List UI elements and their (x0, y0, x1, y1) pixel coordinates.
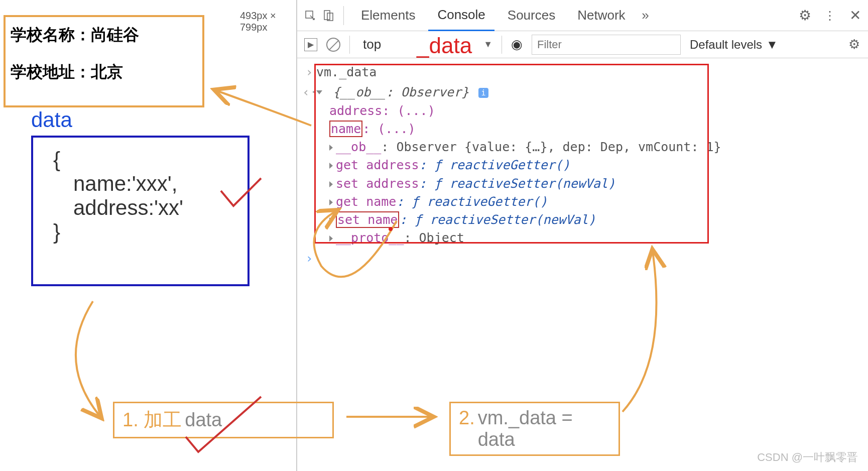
play-icon[interactable]: ▶ (304, 38, 317, 51)
tab-elements[interactable]: Elements (352, 1, 424, 30)
dimensions-label: 493px × 799px (240, 10, 296, 33)
annotation-data-label: _data (417, 33, 472, 58)
watermark: CSDN @一叶飘零晋 (757, 450, 858, 465)
tab-network[interactable]: Network (568, 1, 634, 30)
annotation-step2: 2. vm._data = data (449, 402, 620, 456)
prompt-icon[interactable]: › (302, 250, 316, 268)
data-source-box: { name:'xxx', address:'xx' } (31, 136, 250, 286)
data-prop-name: name:'xxx', (73, 172, 227, 196)
annotation-red-box (314, 64, 709, 244)
rendered-output-box: 学校名称：尚硅谷 学校地址：北京 (4, 15, 204, 107)
menu-icon[interactable]: ⋮ (823, 9, 837, 23)
step2-prefix: 2. (459, 407, 475, 429)
filter-input[interactable] (532, 35, 681, 55)
device-icon[interactable] (321, 9, 335, 23)
tab-console[interactable]: Console (428, 0, 494, 31)
brace-open: { (53, 148, 227, 172)
inspect-icon[interactable] (303, 9, 317, 23)
annotation-step1: 1. 加工 data (113, 402, 334, 438)
more-tabs-icon[interactable]: » (639, 9, 653, 23)
data-prop-address: address:'xx' (73, 196, 227, 220)
live-expression-icon[interactable]: ◉ (511, 37, 523, 52)
console-settings-icon[interactable]: ⚙ (847, 38, 861, 52)
console-toolbar: ▶ top ▼ ◉ Default levels ▼ ⚙ (297, 31, 868, 58)
chevron-down-icon: ▼ (766, 38, 778, 52)
clear-icon[interactable] (326, 38, 340, 52)
devtools-tabs: Elements Console Sources Network » ⚙ ⋮ ✕ (297, 0, 868, 31)
context-dropdown-icon[interactable]: ▼ (483, 39, 492, 50)
school-address: 学校地址：北京 (11, 61, 197, 83)
close-icon[interactable]: ✕ (848, 9, 862, 23)
context-selector[interactable]: top (359, 37, 385, 52)
settings-icon[interactable]: ⚙ (798, 9, 812, 23)
brace-close: } (53, 220, 227, 244)
tab-sources[interactable]: Sources (499, 1, 564, 30)
levels-label: Default levels (690, 38, 762, 52)
step2-body: vm._data = data (478, 407, 610, 450)
levels-selector[interactable]: Default levels ▼ (690, 38, 778, 52)
step1-prefix: 1. 加工 (122, 407, 182, 433)
data-label: data (31, 108, 72, 132)
school-name: 学校名称：尚硅谷 (11, 24, 197, 46)
step1-word: data (185, 409, 222, 431)
